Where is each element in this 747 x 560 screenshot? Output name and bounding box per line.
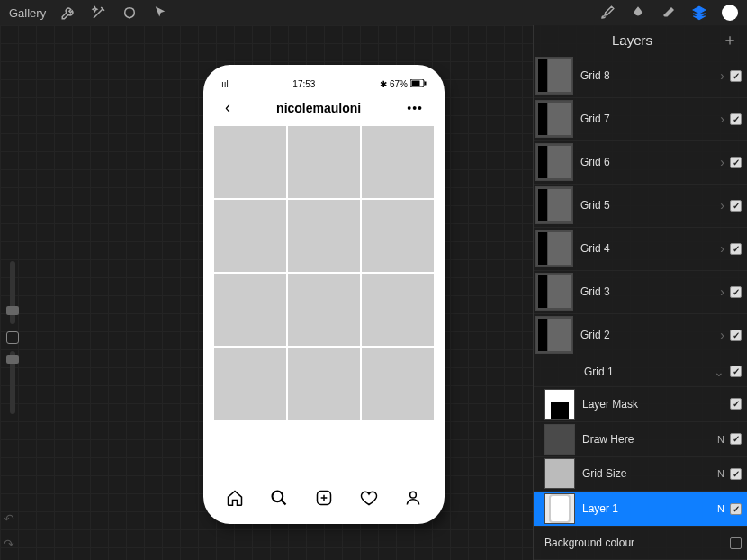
modifier-button[interactable] — [6, 331, 19, 344]
svg-rect-2 — [424, 82, 426, 86]
visibility-checkbox[interactable] — [730, 398, 742, 410]
post-cell[interactable] — [214, 274, 286, 346]
layers-panel: Layers ＋ Grid 8 › Grid 7 › Grid 6 › Grid… — [533, 25, 747, 560]
layer-label: Grid 6 — [580, 156, 715, 168]
brush-opacity-slider[interactable] — [10, 351, 15, 414]
layer-row-drawhere[interactable]: Draw Here N — [534, 422, 747, 457]
visibility-checkbox[interactable] — [730, 70, 742, 82]
post-cell[interactable] — [288, 200, 360, 272]
layer-group[interactable]: Grid 5 › — [534, 185, 747, 228]
layer-thumbnail — [536, 186, 573, 224]
visibility-checkbox[interactable] — [730, 468, 742, 480]
undo-button[interactable]: ↶ — [4, 511, 14, 526]
post-cell[interactable] — [214, 200, 286, 272]
add-layer-button[interactable]: ＋ — [722, 29, 738, 50]
layer-thumbnail — [544, 493, 575, 524]
visibility-checkbox[interactable] — [730, 200, 742, 212]
post-cell[interactable] — [214, 348, 286, 420]
back-button[interactable]: ‹ — [225, 98, 230, 117]
home-tab-icon[interactable] — [226, 489, 244, 507]
layer-thumbnail — [536, 57, 573, 95]
visibility-checkbox[interactable] — [730, 286, 742, 298]
chevron-right-icon[interactable]: › — [720, 68, 724, 83]
layers-header: Layers ＋ — [534, 25, 747, 55]
visibility-checkbox[interactable] — [730, 113, 742, 125]
smudge-icon[interactable] — [630, 5, 646, 21]
gallery-button[interactable]: Gallery — [9, 6, 46, 20]
post-cell[interactable] — [288, 126, 360, 198]
wrench-icon[interactable] — [60, 5, 76, 21]
layer-label: Grid 3 — [580, 285, 715, 298]
layer-group[interactable]: Grid 7 › — [534, 98, 747, 141]
signal-icon: ııl — [221, 79, 229, 89]
tab-bar — [212, 479, 436, 517]
layers-icon[interactable] — [691, 5, 707, 21]
wand-icon[interactable] — [91, 5, 107, 21]
status-time: 17:53 — [292, 79, 315, 89]
visibility-checkbox[interactable] — [730, 433, 742, 445]
visibility-checkbox[interactable] — [730, 330, 742, 341]
svg-rect-1 — [411, 81, 419, 86]
activity-tab-icon[interactable] — [360, 489, 378, 507]
layer-label: Grid 2 — [580, 329, 715, 341]
selection-icon[interactable] — [122, 5, 138, 21]
post-cell[interactable] — [362, 348, 434, 420]
profile-title: nicolemauloni — [276, 101, 361, 115]
layer-group[interactable]: Grid 4 › — [534, 228, 747, 271]
chevron-right-icon[interactable]: › — [720, 285, 724, 299]
layer-thumbnail — [536, 230, 573, 267]
visibility-checkbox[interactable] — [730, 243, 742, 255]
layer-label: Grid 7 — [580, 113, 715, 125]
layer-row-background[interactable]: Background colour — [534, 527, 747, 560]
visibility-checkbox[interactable] — [730, 503, 742, 515]
layer-row-layermask[interactable]: Layer Mask — [534, 387, 747, 422]
visibility-checkbox[interactable] — [730, 366, 742, 377]
bluetooth-icon: ✱ — [380, 79, 387, 89]
chevron-right-icon[interactable]: › — [720, 112, 724, 126]
brush-icon[interactable] — [599, 5, 616, 21]
visibility-checkbox[interactable] — [730, 537, 742, 549]
chevron-right-icon[interactable]: › — [720, 328, 724, 342]
layer-label: Grid 5 — [580, 199, 715, 212]
color-picker-button[interactable] — [722, 5, 738, 21]
add-tab-icon[interactable] — [315, 489, 333, 507]
svg-point-5 — [410, 492, 417, 498]
layer-group-grid1[interactable]: Grid 1 ⌄ — [534, 357, 747, 387]
svg-point-3 — [273, 492, 284, 502]
layer-thumbnail — [536, 316, 573, 354]
post-cell[interactable] — [362, 274, 434, 346]
layer-group[interactable]: Grid 6 › — [534, 141, 747, 185]
post-cell[interactable] — [214, 126, 286, 198]
chevron-right-icon[interactable]: › — [720, 198, 724, 212]
cursor-icon[interactable] — [152, 5, 168, 21]
layer-row-layer1[interactable]: Layer 1 N — [534, 492, 747, 527]
post-cell[interactable] — [362, 126, 434, 198]
status-bar: ııl 17:53 ✱ 67% — [212, 74, 436, 91]
eraser-icon[interactable] — [661, 5, 677, 21]
layer-row-gridsize[interactable]: Grid Size N — [534, 457, 747, 492]
layer-group[interactable]: Grid 2 › — [534, 314, 747, 357]
layer-thumbnail — [536, 273, 573, 311]
layers-title: Layers — [543, 32, 722, 48]
brush-sliders — [4, 261, 22, 414]
layer-group[interactable]: Grid 8 › — [534, 55, 747, 98]
undo-redo: ↶ ↷ — [4, 511, 14, 551]
chevron-right-icon[interactable]: › — [720, 155, 724, 169]
battery-icon — [410, 79, 427, 89]
phone-mockup: ııl 17:53 ✱ 67% ‹ nicolemauloni ••• — [203, 65, 445, 524]
post-cell[interactable] — [288, 348, 360, 420]
post-cell[interactable] — [362, 200, 434, 272]
visibility-checkbox[interactable] — [730, 157, 742, 168]
redo-button[interactable]: ↷ — [4, 537, 14, 551]
brush-size-slider[interactable] — [10, 261, 15, 324]
search-tab-icon[interactable] — [270, 489, 288, 507]
layer-group[interactable]: Grid 3 › — [534, 271, 747, 314]
layer-label: Grid 8 — [580, 69, 715, 82]
post-cell[interactable] — [288, 274, 360, 346]
chevron-down-icon[interactable]: ⌄ — [714, 365, 724, 379]
layer-thumbnail — [536, 100, 573, 138]
profile-tab-icon[interactable] — [404, 489, 422, 507]
chevron-right-icon[interactable]: › — [720, 241, 724, 256]
layer-thumbnail — [544, 458, 575, 489]
more-button[interactable]: ••• — [407, 101, 423, 115]
